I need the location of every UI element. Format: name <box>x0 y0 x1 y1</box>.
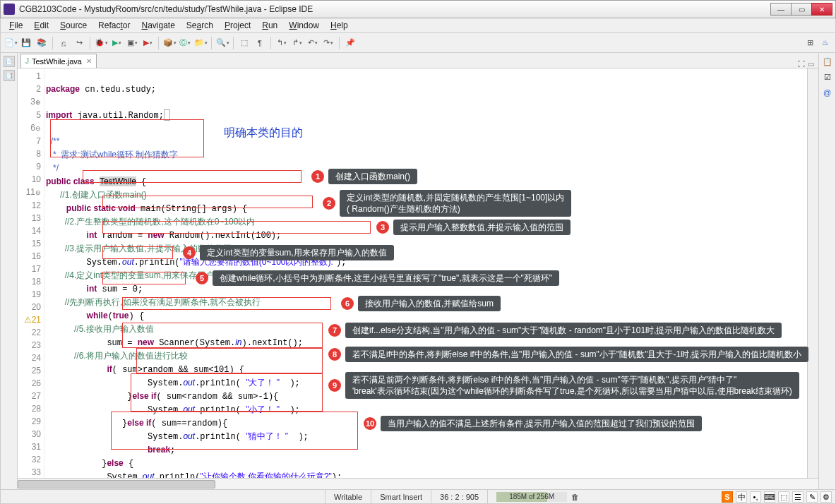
string-hit: "猜中了！ " <box>246 431 288 441</box>
saveall-button[interactable]: 📚 <box>35 36 49 50</box>
ime-tray: S 中 •, ⌨ ⬚ ☰ ✎ ⚙ <box>722 491 832 503</box>
status-insert: Smart Insert <box>371 490 431 503</box>
java-file-icon: J <box>25 57 29 65</box>
ime-b[interactable]: ☰ <box>792 491 804 503</box>
debug-button[interactable]: 🐞 <box>94 36 108 50</box>
sogou-icon[interactable]: S <box>722 491 733 503</box>
menu-source[interactable]: Source <box>54 19 92 32</box>
run-button[interactable]: ▶ <box>109 36 124 50</box>
status-bar: Writable Smart Insert 36 : 2 : 905 185M … <box>0 490 836 504</box>
annotation-prev[interactable]: ↶ <box>306 36 320 50</box>
menu-project[interactable]: Project <box>219 19 256 32</box>
left-trim: 📄 📑 <box>1 53 18 489</box>
pin-button[interactable]: 📌 <box>343 36 357 50</box>
close-button[interactable]: ✕ <box>811 3 832 16</box>
minimize-button[interactable]: — <box>770 3 792 16</box>
new-button[interactable]: 📄 <box>4 36 18 50</box>
redbox-elif2 <box>131 373 323 412</box>
ime-d[interactable]: ⚙ <box>820 491 832 503</box>
app-icon <box>4 4 15 15</box>
tab-testwhile[interactable]: J TestWhile.java ✕ <box>20 54 97 68</box>
comment-loop: //先判断再执行,如果没有满足判断条件,就不会被执行 <box>46 297 261 307</box>
comment-6: //6.将用户输入的数值进行比较 <box>46 351 188 361</box>
menu-search[interactable]: Search <box>181 19 219 32</box>
coverage-button[interactable]: ▣ <box>125 36 139 50</box>
ime-keyboard[interactable]: ⌨ <box>764 491 775 503</box>
menu-edit[interactable]: Edit <box>28 19 54 32</box>
menu-navigate[interactable]: Navigate <box>136 19 180 32</box>
menu-run[interactable]: Run <box>256 19 283 32</box>
string-bad: "让你输个数,你看你输的什么玩意?" <box>200 472 332 478</box>
search-button[interactable]: 🔍 <box>215 36 229 50</box>
window-title: CGB2103Code - MystudyRoom/src/cn/tedu/st… <box>19 4 771 14</box>
ime-lang[interactable]: 中 <box>736 491 747 503</box>
view-icon-2[interactable]: 📑 <box>4 70 15 81</box>
toggle-a[interactable]: ⬚ <box>237 36 251 50</box>
callout-2: 2定义int类型的随机数,并固定随机数的产生范围[1~100]以内 ( Rand… <box>323 190 571 217</box>
callout-1: 1创建入口函数main() <box>311 169 417 184</box>
horizontal-scrollbar[interactable] <box>18 478 818 489</box>
java-perspective[interactable]: ♨ <box>818 36 832 50</box>
tab-tool-1[interactable]: ⛶ <box>798 60 805 68</box>
menu-file[interactable]: File <box>4 19 28 32</box>
maximize-button[interactable]: ▭ <box>791 3 812 16</box>
callout-5: 5创建while循环,小括号中为判断条件,这里小括号里直接写了"true",就表… <box>196 270 559 286</box>
new-class[interactable]: Ⓒ <box>178 36 192 50</box>
tool-b[interactable]: ↪ <box>72 36 86 50</box>
ime-punct[interactable]: •, <box>750 491 761 503</box>
callout-3: 3提示用户输入整数数值,并提示输入值的范围 <box>376 220 571 235</box>
toggle-b[interactable]: ¶ <box>253 36 267 50</box>
comment-5: //5.接收用户输入数值 <box>46 324 154 334</box>
callout-10: 10当用户输入的值不满足上述所有条件,提示用户输入值的范围超过了我们预设的范围 <box>364 416 702 431</box>
doc-body: * 需求:测试while循环 制作猜数字 <box>46 150 178 160</box>
menu-window[interactable]: Window <box>283 19 325 32</box>
vertical-scrollbar[interactable] <box>807 68 818 478</box>
window-titlebar: CGB2103Code - MystudyRoom/src/cn/tedu/st… <box>0 0 836 18</box>
memory-text: 185M of 256M <box>496 492 567 502</box>
nav-next[interactable]: ↱ <box>290 36 304 50</box>
scroll-thumb[interactable] <box>18 480 215 488</box>
status-writable: Writable <box>326 490 371 503</box>
ime-c[interactable]: ✎ <box>806 491 818 503</box>
editor-tabs: J TestWhile.java ✕ ⛶ ▭ <box>18 53 818 68</box>
tab-label: TestWhile.java <box>32 57 82 66</box>
info-icon[interactable]: @ <box>822 87 833 98</box>
tab-close-icon[interactable]: ✕ <box>86 57 92 65</box>
callout-4: 4定义int类型的变量sum,用来保存用户输入的数值 <box>183 245 394 260</box>
annotation-purpose: 明确本类的目的 <box>224 126 303 139</box>
string-small: "小了！ " <box>246 404 280 414</box>
memory-bar[interactable]: 185M of 256M <box>496 492 567 502</box>
ime-a[interactable]: ⬚ <box>778 491 789 503</box>
callout-6: 6接收用户输入的数值,并赋值给sum <box>341 296 501 311</box>
new-java[interactable]: 📦 <box>162 36 177 50</box>
tool-a[interactable]: ⎌ <box>56 36 71 50</box>
right-trim: 📋 ☑ @ <box>818 53 835 489</box>
annotation-next[interactable]: ↷ <box>321 36 335 50</box>
menu-bar: File Edit Source Refactor Navigate Searc… <box>0 18 836 33</box>
doc-close: */ <box>46 163 59 173</box>
open-type[interactable]: 📁 <box>193 36 208 50</box>
gc-icon[interactable]: 🗑 <box>571 493 579 501</box>
outline-icon[interactable]: 📋 <box>822 56 833 67</box>
perspective-button[interactable]: ⊞ <box>803 36 817 50</box>
line-number-gutter: 123⊕56⊖7891011⊖121314151617181920⚠212223… <box>18 68 44 478</box>
doc-open: /** <box>46 136 59 146</box>
code-editor[interactable]: package cn.tedu.study; import java.util.… <box>44 68 807 478</box>
status-position: 36 : 2 : 905 <box>431 490 488 503</box>
workspace: 📄 📑 J TestWhile.java ✕ ⛶ ▭ 123⊕56⊖789101… <box>0 53 836 490</box>
save-button[interactable]: 💾 <box>19 36 33 50</box>
callout-9: 9若不满足前两个判断条件,将判断else if中的条件,当"用户输入的值 - s… <box>328 372 799 399</box>
ext-tools[interactable]: ▶ <box>141 36 155 50</box>
class-name: TestWhile <box>100 176 136 186</box>
menu-help[interactable]: Help <box>325 19 354 32</box>
main-toolbar: 📄 💾 📚 ⎌ ↪ 🐞 ▶ ▣ ▶ 📦 Ⓒ 📁 🔍 ⬚ ¶ ↰ ↱ ↶ ↷ 📌 … <box>0 33 836 53</box>
string-big: "大了！ " <box>246 378 280 388</box>
task-icon[interactable]: ☑ <box>822 71 833 83</box>
nav-prev[interactable]: ↰ <box>275 36 289 50</box>
tab-tool-2[interactable]: ▭ <box>808 60 814 68</box>
menu-refactor[interactable]: Refactor <box>92 19 136 32</box>
callout-7: 7创建if...else分支结构,当"用户输入的值 - sum"大于"随机数 -… <box>328 323 782 338</box>
view-icon-1[interactable]: 📄 <box>4 56 15 67</box>
comment-1: //1.创建入口函数main() <box>46 190 147 200</box>
callout-8: 8若不满足if中的条件,将判断else if中的条件,当"用户输入的值 - su… <box>328 347 808 362</box>
